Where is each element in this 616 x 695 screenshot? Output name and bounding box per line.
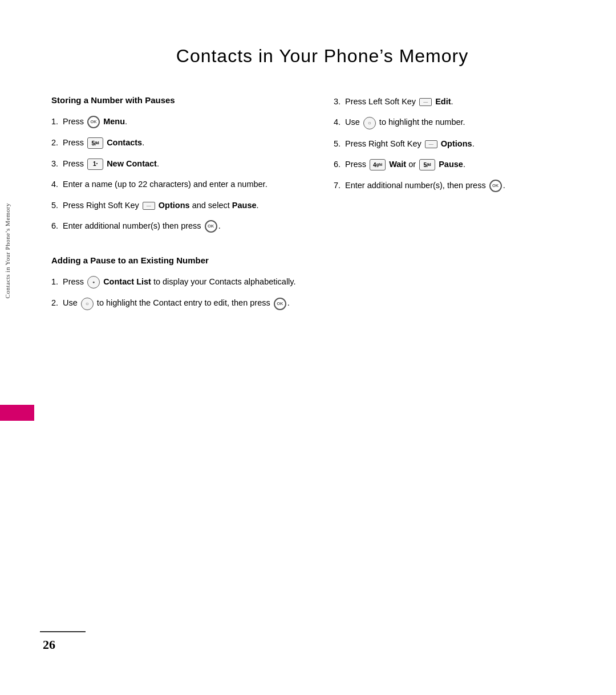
step-content: Press Left Soft Key ― Edit. bbox=[345, 97, 453, 106]
ok-icon: OK bbox=[489, 180, 502, 192]
step-num: 3. bbox=[334, 95, 341, 108]
list-item: 2. Use ○ to highlight the Contact entry … bbox=[51, 296, 311, 310]
step-num: 6. bbox=[51, 220, 58, 232]
step-num: 4. bbox=[51, 178, 58, 190]
step-bold: New Contact bbox=[107, 159, 157, 168]
step-num: 7. bbox=[334, 179, 341, 192]
step-bold2: Pause bbox=[439, 160, 463, 169]
nav-icon: ○ bbox=[363, 117, 376, 129]
nav-icon: ○ bbox=[81, 298, 94, 310]
step-content: Press ● Contact List to display your Con… bbox=[63, 277, 296, 286]
step-num: 5. bbox=[334, 137, 341, 150]
list-item: 7. Enter additional number(s), then pres… bbox=[334, 179, 593, 192]
page-container: Contacts in Your Phone’s Memory 26 Conta… bbox=[0, 0, 616, 695]
left-column: Storing a Number with Pauses 1. Press OK… bbox=[51, 95, 311, 318]
contact-list-icon: ● bbox=[87, 276, 100, 288]
list-item: 2. Press 5 jkl Contacts. bbox=[51, 136, 311, 149]
step-num: 1. bbox=[51, 115, 58, 128]
two-column-layout: Storing a Number with Pauses 1. Press OK… bbox=[51, 95, 593, 318]
step-content: Press Right Soft Key ― Options. bbox=[345, 139, 475, 148]
step-num: 2. bbox=[51, 296, 58, 309]
step-bold: Contacts bbox=[107, 138, 142, 147]
list-item: 5. Press Right Soft Key ― Options and se… bbox=[51, 199, 311, 212]
step-bold: Wait bbox=[389, 160, 406, 169]
step-content: Use ○ to highlight the Contact entry to … bbox=[63, 298, 290, 307]
main-content: Contacts in Your Phone’s Memory Storing … bbox=[51, 34, 593, 318]
step-content: Press Right Soft Key ― Options and selec… bbox=[63, 201, 259, 210]
steps-list-1: 1. Press OK Menu. 2. Press 5 jkl Contact… bbox=[51, 115, 311, 233]
page-number: 26 bbox=[43, 637, 55, 652]
key5-icon: 5 jkl bbox=[87, 137, 103, 149]
list-item: 3. Press 1 ▪ New Contact. bbox=[51, 157, 311, 170]
list-item: 6. Enter additional number(s) then press… bbox=[51, 220, 311, 233]
list-item: 1. Press OK Menu. bbox=[51, 115, 311, 128]
side-tab: Contacts in Your Phone’s Memory bbox=[0, 103, 16, 399]
step-bold: Options bbox=[159, 201, 190, 210]
section1-title: Storing a Number with Pauses bbox=[51, 95, 311, 105]
step-bold: Options bbox=[441, 139, 472, 148]
step-num: 4. bbox=[334, 116, 341, 128]
step-num: 6. bbox=[334, 158, 341, 170]
step-content: Enter additional number(s), then press O… bbox=[345, 181, 505, 190]
section2-title: Adding a Pause to an Existing Number bbox=[51, 255, 311, 265]
step-num: 5. bbox=[51, 199, 58, 212]
ok-icon: OK bbox=[205, 220, 217, 233]
step-num: 3. bbox=[51, 157, 58, 170]
steps-list-3: 3. Press Left Soft Key ― Edit. 4. Use ○ … bbox=[334, 95, 593, 192]
key5b-icon: 5 jkl bbox=[419, 159, 435, 170]
step-num: 2. bbox=[51, 136, 58, 149]
step-bold: Contact List bbox=[103, 277, 151, 286]
key4-icon: 4 ghi bbox=[370, 159, 386, 170]
step-content: Press 1 ▪ New Contact. bbox=[63, 159, 159, 168]
ok-icon: OK bbox=[274, 298, 286, 310]
list-item: 1. Press ● Contact List to display your … bbox=[51, 275, 311, 288]
right-column: 3. Press Left Soft Key ― Edit. 4. Use ○ … bbox=[334, 95, 593, 200]
step-content: Enter additional number(s) then press OK… bbox=[63, 221, 221, 230]
step-content: Press 4 ghi Wait or 5 jkl Pause. bbox=[345, 160, 465, 169]
right-softkey-icon: ― bbox=[425, 140, 437, 148]
side-tab-text: Contacts in Your Phone’s Memory bbox=[3, 203, 12, 298]
step-bold2: Pause bbox=[232, 201, 257, 210]
list-item: 5. Press Right Soft Key ― Options. bbox=[334, 137, 593, 150]
list-item: 6. Press 4 ghi Wait or 5 jkl Pause. bbox=[334, 158, 593, 170]
page-title: Contacts in Your Phone’s Memory bbox=[51, 46, 593, 67]
steps-list-2: 1. Press ● Contact List to display your … bbox=[51, 275, 311, 310]
ok-icon: OK bbox=[87, 116, 100, 128]
step-content: Enter a name (up to 22 characters) and e… bbox=[63, 180, 268, 189]
step-content: Press 5 jkl Contacts. bbox=[63, 138, 144, 147]
step-bold: Menu bbox=[103, 117, 125, 126]
right-softkey-icon: ― bbox=[143, 202, 155, 210]
pink-bar bbox=[0, 405, 34, 421]
step-content: Use ○ to highlight the number. bbox=[345, 117, 465, 127]
key1-icon: 1 ▪ bbox=[87, 158, 103, 170]
list-item: 4. Use ○ to highlight the number. bbox=[334, 116, 593, 129]
list-item: 4. Enter a name (up to 22 characters) an… bbox=[51, 178, 311, 190]
list-item: 3. Press Left Soft Key ― Edit. bbox=[334, 95, 593, 108]
page-line bbox=[40, 631, 86, 632]
step-content: Press OK Menu. bbox=[63, 117, 127, 126]
left-softkey-icon: ― bbox=[419, 98, 432, 106]
step-bold: Edit bbox=[435, 97, 451, 106]
step-num: 1. bbox=[51, 275, 58, 288]
